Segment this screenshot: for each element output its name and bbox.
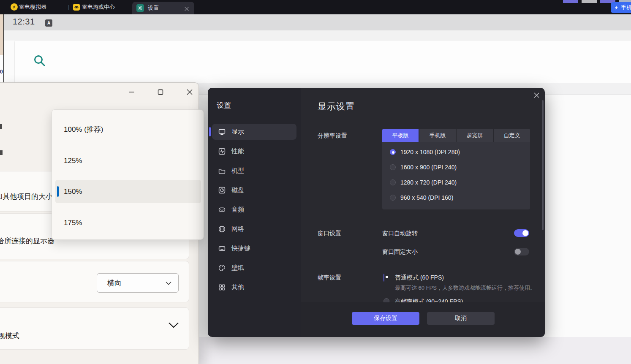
auto-rotate-label: 窗口自动旋转 — [382, 230, 418, 237]
phone-mirror-button[interactable]: 手机投屏 — [611, 2, 631, 13]
dialog-close-icon[interactable] — [532, 91, 541, 99]
sidebar-item-network[interactable]: 网络 — [212, 221, 296, 237]
close-button[interactable] — [182, 87, 197, 97]
resolution-option-1280[interactable]: 1280 x 720 (DPI 240) — [382, 175, 530, 190]
normal-mode-radio[interactable] — [383, 274, 384, 282]
ldplayer-logo-icon — [11, 3, 18, 11]
sidebar-item-display[interactable]: 显示 — [212, 124, 296, 140]
resolution-option-1600[interactable]: 1600 x 900 (DPI 240) — [382, 160, 530, 175]
window-section-label: 窗口设置 — [318, 230, 341, 237]
settings-sidebar: 设置 显示 性能 机型 — [208, 88, 301, 337]
cancel-button[interactable]: 取消 — [427, 312, 495, 325]
chevron-down-icon — [168, 322, 179, 329]
emulator-title-bar: 雷电模拟器 | 雷电游戏中心 设置 手机投屏 — [0, 0, 631, 14]
radio-icon[interactable] — [390, 164, 396, 170]
background-window-border — [3, 14, 4, 91]
radio-icon[interactable] — [390, 195, 396, 201]
framerate-section-label: 帧率设置 — [318, 274, 341, 282]
app-title[interactable]: 雷电模拟器 — [19, 0, 46, 14]
normal-mode-description: 最高可达 60 FPS，大多数游戏都能流畅运行，推荐使用。 — [395, 284, 536, 292]
folder-icon — [218, 167, 226, 174]
orientation-dropdown[interactable]: 横向 — [97, 273, 179, 293]
sidebar-item-hotkeys[interactable]: 快捷键 — [212, 240, 296, 256]
android-bottom-strip — [199, 337, 631, 364]
scale-row-label-fragment: 和其他项目的大小 — [0, 192, 53, 201]
radio-selected-icon[interactable] — [390, 149, 396, 155]
scale-option-100[interactable]: 100% (推荐) — [55, 118, 201, 141]
selected-accent-bar — [57, 186, 59, 197]
minimize-button[interactable] — [124, 87, 139, 97]
gear-icon — [136, 4, 144, 12]
clipped-heading-fragment-2 — [0, 150, 3, 155]
tab-ultrawide[interactable]: 超宽屏 — [457, 129, 493, 142]
windows-display-settings-window: 和其他项目的大小 给所连接的显示器 横向 视模式 100% (推荐) 125% — [0, 82, 199, 364]
sidebar-item-wallpaper[interactable]: 壁纸 — [212, 260, 296, 276]
panel-title: 显示设置 — [318, 101, 355, 112]
fixed-size-toggle[interactable] — [514, 248, 529, 255]
monitor-icon — [218, 128, 226, 136]
disk-icon — [218, 187, 226, 194]
settings-tab-label: 设置 — [148, 2, 159, 14]
auto-rotate-toggle[interactable] — [514, 229, 529, 237]
scale-option-125[interactable]: 125% — [55, 149, 201, 172]
normal-mode-label: 普通模式 (60 FPS) — [395, 274, 444, 282]
titlebar-divider: | — [68, 0, 69, 14]
active-item-accent — [209, 127, 211, 136]
game-center-title[interactable]: 雷电游戏中心 — [82, 0, 115, 14]
orientation-row: 横向 — [0, 261, 189, 302]
tab-close-icon[interactable] — [184, 5, 189, 13]
keyboard-icon — [218, 245, 226, 252]
sidebar-item-disk[interactable]: 磁盘 — [212, 182, 296, 198]
scale-option-175[interactable]: 175% — [55, 211, 201, 234]
search-card[interactable] — [15, 41, 631, 83]
dialog-scrollbar[interactable] — [542, 100, 544, 230]
status-badge: A — [45, 19, 52, 27]
scale-option-150-selected[interactable]: 150% — [55, 180, 201, 203]
scale-dropdown-popup: 100% (推荐) 125% 150% 175% — [52, 109, 204, 240]
game-center-icon — [73, 4, 80, 11]
display-settings-panel: 显示设置 分辨率设置 平板版 手机版 超宽屏 自定义 1920 x 1080 (… — [301, 88, 545, 337]
audio-icon — [218, 206, 226, 213]
search-icon — [33, 54, 46, 68]
resolution-section-label: 分辨率设置 — [318, 132, 347, 140]
orientation-value: 横向 — [107, 278, 122, 288]
sidebar-item-other[interactable]: 其他 — [212, 279, 296, 295]
save-settings-button[interactable]: 保存设置 — [352, 312, 419, 325]
maximize-button[interactable] — [153, 87, 168, 97]
sidebar-item-performance[interactable]: 性能 — [212, 143, 296, 159]
display-row-label-fragment: 给所连接的显示器 — [0, 236, 54, 246]
background-tab-strip-2 — [582, 0, 597, 3]
resolution-options-panel: 1920 x 1080 (DPI 280) 1600 x 900 (DPI 24… — [382, 142, 530, 209]
sidebar-item-audio[interactable]: 音频 — [212, 201, 296, 217]
sidebar-title: 设置 — [217, 101, 231, 110]
resolution-option-960[interactable]: 960 x 540 (DPI 160) — [382, 190, 530, 205]
settings-tab[interactable]: 设置 — [132, 2, 194, 14]
status-time: 12:31 — [13, 17, 35, 27]
globe-icon — [218, 225, 226, 233]
resolution-tabs: 平板版 手机版 超宽屏 自定义 — [382, 129, 530, 142]
tab-phone[interactable]: 手机版 — [419, 129, 456, 142]
screen: 12:31 A 0 和其他项目的大小 给所连接的显示器 — [0, 0, 631, 364]
grid-icon — [218, 284, 226, 291]
lightning-icon — [614, 5, 619, 11]
resolution-option-1920[interactable]: 1920 x 1080 (DPI 280) — [382, 144, 530, 160]
clipped-text-fragment: 0 — [0, 69, 4, 75]
palette-icon — [218, 264, 226, 272]
tab-custom[interactable]: 自定义 — [494, 129, 530, 142]
android-background-band — [4, 30, 631, 41]
chevron-down-icon — [166, 281, 171, 285]
ldplayer-settings-dialog: 设置 显示 性能 机型 — [208, 88, 545, 337]
android-status-bar — [4, 14, 631, 30]
dialog-footer: 保存设置 取消 — [301, 302, 545, 337]
performance-icon — [218, 148, 226, 155]
tab-tablet[interactable]: 平板版 — [382, 129, 419, 142]
background-tab-strip-1 — [563, 0, 578, 3]
fixed-size-label: 窗口固定大小 — [382, 248, 418, 256]
mode-row[interactable]: 视模式 — [0, 307, 189, 350]
clipped-heading-fragment — [0, 124, 2, 129]
sidebar-item-device[interactable]: 机型 — [212, 163, 296, 179]
radio-icon[interactable] — [390, 179, 396, 185]
mode-row-label-fragment: 视模式 — [0, 331, 19, 341]
